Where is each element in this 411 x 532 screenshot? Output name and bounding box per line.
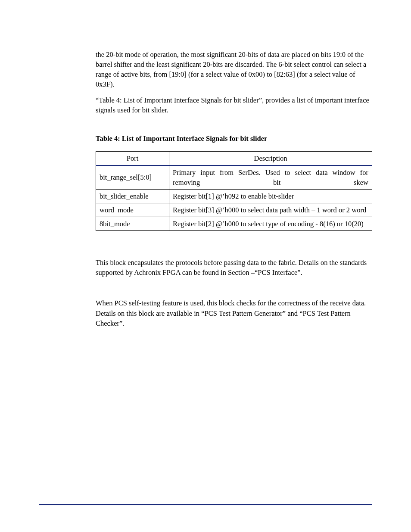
paragraph-selftest: When PCS self-testing feature is used, t… [96, 298, 372, 328]
cell-description: Register bit[1] @’h092 to enable bit-sli… [169, 189, 372, 203]
table-row: 8bit_mode Register bit[2] @’h000 to sele… [96, 217, 372, 231]
table-row: bit_slider_enable Register bit[1] @’h092… [96, 189, 372, 203]
cell-port: bit_range_sel[5:0] [96, 165, 169, 190]
table-header-port: Port [96, 151, 169, 165]
table-header-description: Description [169, 151, 372, 165]
cell-port: word_mode [96, 203, 169, 217]
table-caption: Table 4: List of Important Interface Sig… [96, 134, 372, 143]
paragraph-table-ref: “Table 4: List of Important Interface Si… [96, 95, 372, 115]
table-row: word_mode Register bit[3] @’h000 to sele… [96, 203, 372, 217]
paragraph-intro: the 20-bit mode of operation, the most s… [96, 50, 372, 89]
table-row: bit_range_sel[5:0] Primary input from Se… [96, 165, 372, 190]
paragraph-encapsulate: This block encapsulates the protocols be… [96, 258, 372, 277]
cell-description: Register bit[3] @’h000 to select data pa… [169, 203, 372, 217]
cell-port: bit_slider_enable [96, 189, 169, 203]
cell-port: 8bit_mode [96, 217, 169, 231]
cell-description: Primary input from SerDes. Used to selec… [169, 165, 372, 190]
signals-table: Port Description bit_range_sel[5:0] Prim… [96, 151, 372, 231]
cell-description: Register bit[2] @’h000 to select type of… [169, 217, 372, 231]
footer-rule [39, 504, 372, 505]
